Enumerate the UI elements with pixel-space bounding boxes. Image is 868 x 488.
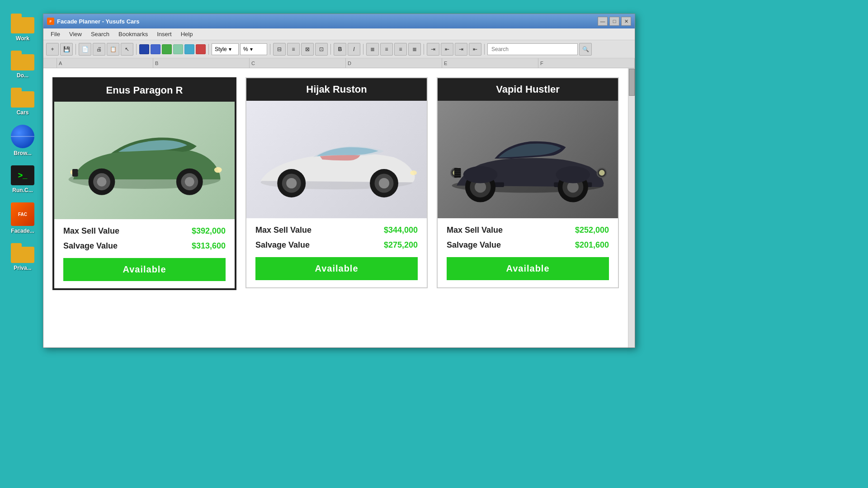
column-headers: A B C D E F xyxy=(43,58,635,68)
menu-bookmarks[interactable]: Bookmarks xyxy=(115,30,151,38)
car-svg-enus-paragon-r xyxy=(54,102,235,219)
available-button-vapid[interactable]: Available xyxy=(447,257,609,280)
available-button-enus[interactable]: Available xyxy=(63,258,226,281)
menu-help[interactable]: Help xyxy=(177,30,197,38)
scrollbar-thumb[interactable] xyxy=(629,69,635,96)
close-button[interactable]: ✕ xyxy=(621,17,631,26)
salvage-label-enus: Salvage Value xyxy=(63,241,118,251)
car-svg-hijak-ruston xyxy=(246,101,427,218)
toolbar: + 💾 📄 🖨 📋 ↖ Style ▾ % ▾ ⊟ ≡ ⊠ ⊡ B I ≣ xyxy=(43,40,635,58)
folder-icon-doc xyxy=(11,51,34,70)
desktop-icon-private[interactable]: Priva... xyxy=(11,243,34,271)
toolbar-format2-btn[interactable]: ≡ xyxy=(380,43,393,56)
toolbar-cursor-btn[interactable]: ↖ xyxy=(121,43,133,56)
car-name-vapid-hustler: Vapid Hustler xyxy=(438,78,618,101)
window-controls: — □ ✕ xyxy=(598,17,631,26)
desktop-icon-cars[interactable]: Cars xyxy=(11,88,34,116)
svg-point-7 xyxy=(214,167,222,173)
toolbar-align2-btn[interactable]: ≡ xyxy=(287,43,300,56)
toolbar-indent3-btn[interactable]: ⇥ xyxy=(455,43,467,56)
desktop-icon-terminal[interactable]: >_ Run.C... xyxy=(11,165,34,193)
chevron-down-icon-2: ▾ xyxy=(250,46,253,52)
toolbar-copy-btn[interactable]: 📋 xyxy=(107,43,119,56)
max-sell-value-enus: $392,000 xyxy=(192,226,226,236)
search-button[interactable]: 🔍 xyxy=(579,43,592,56)
salvage-label-hijak: Salvage Value xyxy=(255,240,310,250)
available-button-hijak[interactable]: Available xyxy=(255,257,418,280)
facade-app-icon: FAC xyxy=(11,202,34,226)
toolbar-color-green[interactable] xyxy=(162,44,172,54)
window-title: Facade Planner - Yusufs Cars xyxy=(57,18,140,25)
toolbar-print-btn[interactable]: 🖨 xyxy=(93,43,105,56)
toolbar-align4-btn[interactable]: ⊡ xyxy=(315,43,328,56)
toolbar-bold-btn[interactable]: B xyxy=(334,43,346,56)
menu-insert[interactable]: Insert xyxy=(153,30,175,38)
car-card-hijak-ruston[interactable]: Hijak Ruston xyxy=(245,77,428,288)
toolbar-format3-btn[interactable]: ≡ xyxy=(394,43,407,56)
toolbar-style-label: Style xyxy=(215,46,227,52)
salvage-row-vapid: Salvage Value $201,600 xyxy=(447,240,609,250)
menu-search[interactable]: Search xyxy=(87,30,113,38)
desktop-icon-facade[interactable]: FAC Facade... xyxy=(11,202,34,234)
salvage-value-hijak: $275,200 xyxy=(384,240,418,250)
toolbar-open-btn[interactable]: 📄 xyxy=(79,43,91,56)
car-details-hijak-ruston: Max Sell Value $344,000 Salvage Value $2… xyxy=(246,218,427,287)
globe-icon xyxy=(11,125,34,148)
scrollbar[interactable] xyxy=(628,68,635,347)
max-sell-row-enus: Max Sell Value $392,000 xyxy=(63,226,226,236)
toolbar-indent2-btn[interactable]: ⇤ xyxy=(441,43,453,56)
toolbar-color-blue2[interactable] xyxy=(151,44,160,54)
car-image-hijak-ruston xyxy=(246,101,427,218)
toolbar-save-btn[interactable]: 💾 xyxy=(60,43,73,56)
desktop-icon-work[interactable]: Work xyxy=(11,14,34,42)
desktop-label-browser: Brow... xyxy=(14,150,32,156)
svg-point-30 xyxy=(599,170,605,176)
toolbar-indent4-btn[interactable]: ⇤ xyxy=(469,43,481,56)
menu-bar: File View Search Bookmarks Insert Help xyxy=(43,28,635,40)
salvage-row-enus: Salvage Value $313,600 xyxy=(63,241,226,251)
salvage-row-hijak: Salvage Value $275,200 xyxy=(255,240,418,250)
desktop-label-facade: Facade... xyxy=(11,228,34,234)
toolbar-style-dropdown[interactable]: Style ▾ xyxy=(212,43,239,55)
svg-rect-33 xyxy=(454,168,461,178)
desktop-label-private: Priva... xyxy=(14,265,31,271)
toolbar-color-teal[interactable] xyxy=(173,44,183,54)
desktop-icon-browser[interactable]: Brow... xyxy=(11,125,34,156)
main-window: F Facade Planner - Yusufs Cars — □ ✕ Fil… xyxy=(43,14,635,348)
toolbar-sep-3 xyxy=(208,44,209,55)
max-sell-label-enus: Max Sell Value xyxy=(63,226,119,236)
title-bar: F Facade Planner - Yusufs Cars — □ ✕ xyxy=(43,14,635,28)
svg-point-3 xyxy=(97,177,107,187)
car-svg-vapid-hustler xyxy=(438,101,618,218)
toolbar-size-dropdown[interactable]: % ▾ xyxy=(240,43,267,55)
col-header-e: E xyxy=(442,58,538,68)
max-sell-label-hijak: Max Sell Value xyxy=(255,225,311,235)
toolbar-indent1-btn[interactable]: ⇥ xyxy=(427,43,439,56)
toolbar-align3-btn[interactable]: ⊠ xyxy=(301,43,314,56)
menu-view[interactable]: View xyxy=(66,30,85,38)
desktop-icon-doc[interactable]: Do... xyxy=(11,51,34,79)
car-card-enus-paragon-r[interactable]: Enus Paragon R xyxy=(52,77,236,290)
toolbar-align1-btn[interactable]: ⊟ xyxy=(273,43,286,56)
toolbar-format1-btn[interactable]: ≣ xyxy=(366,43,379,56)
toolbar-color-red[interactable] xyxy=(196,44,206,54)
search-input[interactable] xyxy=(487,43,578,55)
toolbar-sep-4 xyxy=(270,44,270,55)
maximize-button[interactable]: □ xyxy=(609,17,619,26)
title-bar-left: F Facade Planner - Yusufs Cars xyxy=(47,18,140,25)
max-sell-value-hijak: $344,000 xyxy=(384,225,418,235)
max-sell-row-vapid: Max Sell Value $252,000 xyxy=(447,225,609,235)
menu-file[interactable]: File xyxy=(47,30,64,38)
toolbar-color-blue[interactable] xyxy=(139,44,149,54)
car-card-vapid-hustler[interactable]: Vapid Hustler xyxy=(437,77,619,288)
folder-icon-private xyxy=(11,243,34,263)
minimize-button[interactable]: — xyxy=(598,17,608,26)
max-sell-label-vapid: Max Sell Value xyxy=(447,225,503,235)
toolbar-color-cyan[interactable] xyxy=(184,44,194,54)
toolbar-new-btn[interactable]: + xyxy=(46,43,59,56)
car-name-enus-paragon-r: Enus Paragon R xyxy=(54,79,235,102)
toolbar-italic-btn[interactable]: I xyxy=(348,43,360,56)
svg-point-13 xyxy=(286,178,297,188)
toolbar-format4-btn[interactable]: ≣ xyxy=(408,43,421,56)
col-header-b: B xyxy=(153,58,250,68)
